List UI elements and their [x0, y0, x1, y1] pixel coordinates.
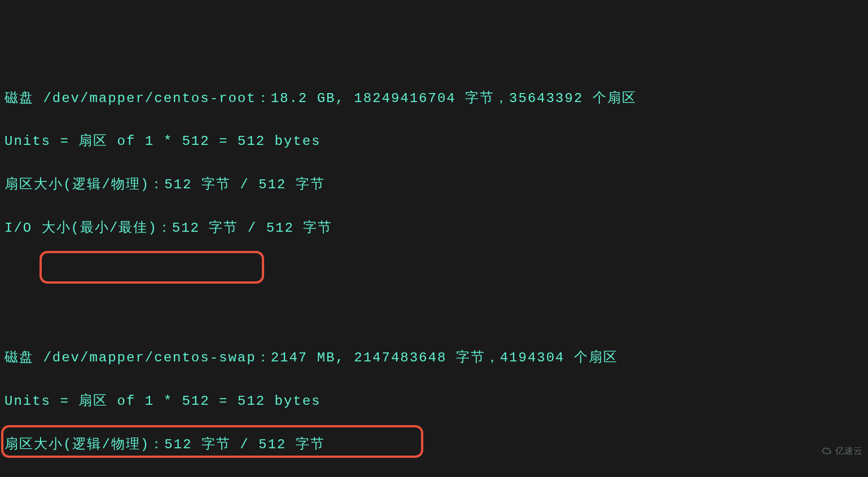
disk-root-line4: I/O 大小(最小/最佳)：512 字节 / 512 字节	[5, 218, 863, 239]
blank-line	[5, 304, 863, 325]
disk-root-line3: 扇区大小(逻辑/物理)：512 字节 / 512 字节	[5, 174, 863, 196]
disk-swap-line2: Units = 扇区 of 1 * 512 = 512 bytes	[5, 391, 863, 412]
disk-swap-line1: 磁盘 /dev/mapper/centos-swap：2147 MB, 2147…	[5, 347, 863, 369]
disk-swap-line3: 扇区大小(逻辑/物理)：512 字节 / 512 字节	[5, 434, 863, 456]
disk-root-line2: Units = 扇区 of 1 * 512 = 512 bytes	[5, 131, 863, 152]
blank-line	[5, 261, 863, 282]
disk-root-line1: 磁盘 /dev/mapper/centos-root：18.2 GB, 1824…	[5, 88, 863, 109]
